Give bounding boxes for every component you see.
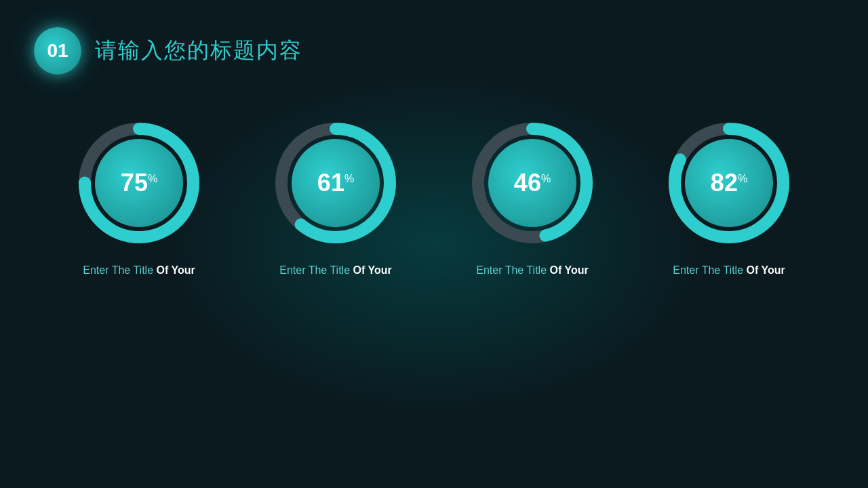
chart-label-4: Enter The Title Of Your xyxy=(673,264,785,277)
label-normal-4: Enter The Title xyxy=(673,264,746,276)
chart-label-3: Enter The Title Of Your xyxy=(476,264,588,277)
chart-item-2: 61%Enter The Title Of Your xyxy=(275,122,397,277)
label-normal-3: Enter The Title xyxy=(476,264,549,276)
label-normal-2: Enter The Title xyxy=(279,264,353,276)
donut-wrapper-2: 61% xyxy=(275,122,397,244)
charts-row: 75%Enter The Title Of Your61%Enter The T… xyxy=(0,122,868,277)
chart-value-2: 61% xyxy=(317,169,354,197)
label-bold-3: Of Your xyxy=(550,264,589,276)
header: 01 请输入您的标题内容 xyxy=(34,27,302,75)
label-bold-1: Of Your xyxy=(157,264,195,276)
chart-value-3: 46% xyxy=(514,169,551,197)
label-normal-1: Enter The Title xyxy=(83,264,156,276)
donut-center-4: 82% xyxy=(685,139,773,227)
label-bold-4: Of Your xyxy=(747,264,785,276)
donut-wrapper-4: 82% xyxy=(668,122,790,244)
chart-item-3: 46%Enter The Title Of Your xyxy=(471,122,593,277)
donut-wrapper-1: 75% xyxy=(78,122,200,244)
label-bold-2: Of Your xyxy=(353,264,392,276)
donut-wrapper-3: 46% xyxy=(471,122,593,244)
donut-center-1: 75% xyxy=(95,139,183,227)
header-title: 请输入您的标题内容 xyxy=(95,36,302,66)
chart-item-1: 75%Enter The Title Of Your xyxy=(78,122,200,277)
chart-value-4: 82% xyxy=(711,169,747,197)
chart-value-1: 75% xyxy=(121,169,157,197)
donut-center-3: 46% xyxy=(488,139,576,227)
chart-label-1: Enter The Title Of Your xyxy=(83,264,195,277)
chart-item-4: 82%Enter The Title Of Your xyxy=(668,122,790,277)
donut-center-2: 61% xyxy=(292,139,380,227)
chart-label-2: Enter The Title Of Your xyxy=(279,264,391,277)
badge-number: 01 xyxy=(34,27,81,75)
